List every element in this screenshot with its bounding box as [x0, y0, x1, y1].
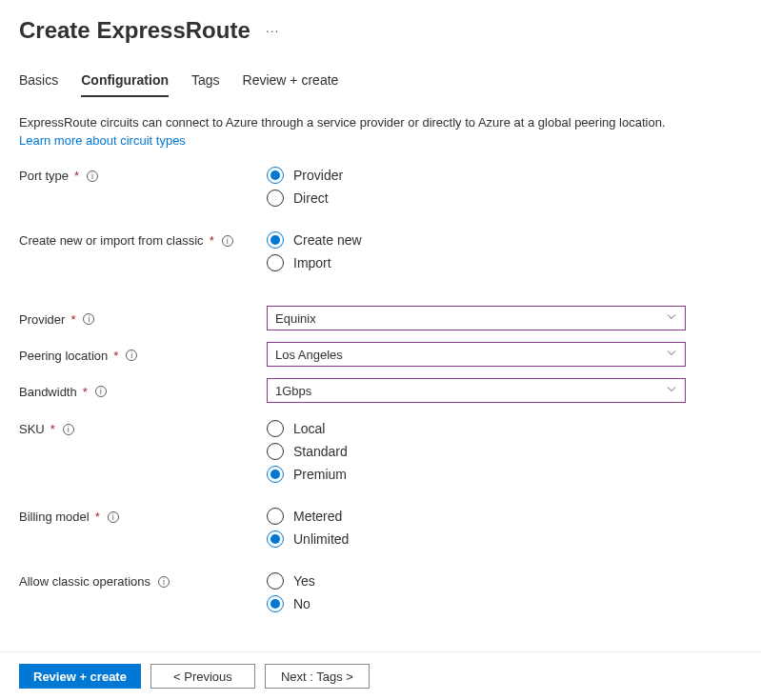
next-button[interactable]: Next : Tags > — [265, 664, 370, 689]
info-icon[interactable]: i — [63, 424, 74, 435]
tab-review[interactable]: Review + create — [243, 72, 339, 97]
review-create-button[interactable]: Review + create — [19, 664, 141, 689]
billing-model-radio-group: Metered Unlimited — [267, 508, 686, 548]
radio-icon — [267, 420, 284, 437]
port-type-provider-radio[interactable]: Provider — [267, 167, 686, 184]
previous-button[interactable]: < Previous — [150, 664, 255, 689]
radio-icon — [267, 190, 284, 207]
chevron-down-icon — [666, 348, 677, 362]
radio-label: Yes — [293, 573, 315, 589]
chevron-down-icon — [666, 384, 677, 398]
provider-select[interactable]: Equinix — [267, 306, 686, 330]
billing-unlimited-radio[interactable]: Unlimited — [267, 530, 686, 548]
port-type-radio-group: Provider Direct — [267, 167, 686, 207]
import-radio[interactable]: Import — [267, 254, 686, 271]
info-icon[interactable]: i — [83, 313, 94, 325]
classic-ops-radio-group: Yes No — [267, 572, 686, 612]
classic-ops-label: Allow classic operations — [19, 574, 150, 589]
info-icon[interactable]: i — [126, 350, 137, 361]
tab-basics[interactable]: Basics — [19, 72, 58, 97]
billing-metered-radio[interactable]: Metered — [267, 508, 686, 525]
radio-icon — [267, 530, 284, 548]
info-icon[interactable]: i — [87, 170, 98, 182]
radio-label: Standard — [293, 444, 348, 459]
required-indicator: * — [70, 312, 75, 327]
radio-icon — [267, 466, 284, 483]
info-icon[interactable]: i — [108, 511, 119, 523]
radio-label: Create new — [293, 232, 362, 248]
billing-model-label: Billing model — [19, 510, 90, 524]
peering-location-select[interactable]: Los Angeles — [267, 342, 686, 367]
radio-label: Local — [293, 421, 325, 436]
select-value: Equinix — [275, 311, 316, 326]
create-import-label: Create new or import from classic — [19, 233, 204, 248]
radio-label: Provider — [293, 168, 343, 183]
more-icon[interactable]: ··· — [266, 23, 280, 38]
classic-no-radio[interactable]: No — [267, 595, 686, 612]
required-indicator: * — [210, 233, 214, 248]
sku-label: SKU — [19, 422, 45, 436]
radio-label: Direct — [293, 190, 329, 206]
info-icon[interactable]: i — [95, 386, 107, 397]
sku-standard-radio[interactable]: Standard — [267, 443, 686, 460]
radio-icon — [267, 595, 284, 612]
required-indicator: * — [95, 510, 100, 524]
info-icon[interactable]: i — [222, 235, 233, 247]
sku-radio-group: Local Standard Premium — [267, 420, 686, 483]
sku-local-radio[interactable]: Local — [267, 420, 686, 437]
learn-more-link[interactable]: Learn more about circuit types — [19, 133, 186, 148]
tab-tags[interactable]: Tags — [191, 72, 220, 97]
bandwidth-select[interactable]: 1Gbps — [267, 378, 686, 403]
classic-yes-radio[interactable]: Yes — [267, 572, 686, 590]
select-value: 1Gbps — [275, 384, 311, 398]
page-title: Create ExpressRoute — [19, 17, 250, 44]
footer-bar: Review + create < Previous Next : Tags > — [0, 651, 761, 700]
tabs: Basics Configuration Tags Review + creat… — [19, 72, 742, 97]
required-indicator: * — [50, 422, 55, 436]
create-import-radio-group: Create new Import — [267, 231, 686, 271]
radio-label: Unlimited — [293, 531, 349, 547]
peering-location-label: Peering location — [19, 349, 108, 363]
tab-configuration[interactable]: Configuration — [81, 72, 169, 97]
radio-icon — [267, 254, 284, 271]
radio-icon — [267, 167, 284, 184]
create-new-radio[interactable]: Create new — [267, 231, 686, 249]
radio-label: Premium — [293, 467, 347, 482]
port-type-direct-radio[interactable]: Direct — [267, 190, 686, 207]
radio-label: Import — [293, 255, 331, 270]
radio-label: No — [293, 596, 310, 611]
provider-label: Provider — [19, 312, 65, 327]
radio-icon — [267, 443, 284, 460]
required-indicator: * — [74, 169, 79, 183]
sku-premium-radio[interactable]: Premium — [267, 466, 686, 483]
info-icon[interactable]: i — [158, 576, 170, 588]
radio-icon — [267, 508, 284, 525]
required-indicator: * — [113, 349, 118, 363]
port-type-label: Port type — [19, 169, 69, 183]
radio-icon — [267, 572, 284, 590]
radio-label: Metered — [293, 509, 342, 524]
required-indicator: * — [83, 385, 88, 399]
description-text: ExpressRoute circuits can connect to Azu… — [19, 114, 742, 131]
bandwidth-label: Bandwidth — [19, 385, 77, 399]
radio-icon — [267, 231, 284, 249]
select-value: Los Angeles — [275, 348, 343, 362]
chevron-down-icon — [666, 311, 677, 326]
